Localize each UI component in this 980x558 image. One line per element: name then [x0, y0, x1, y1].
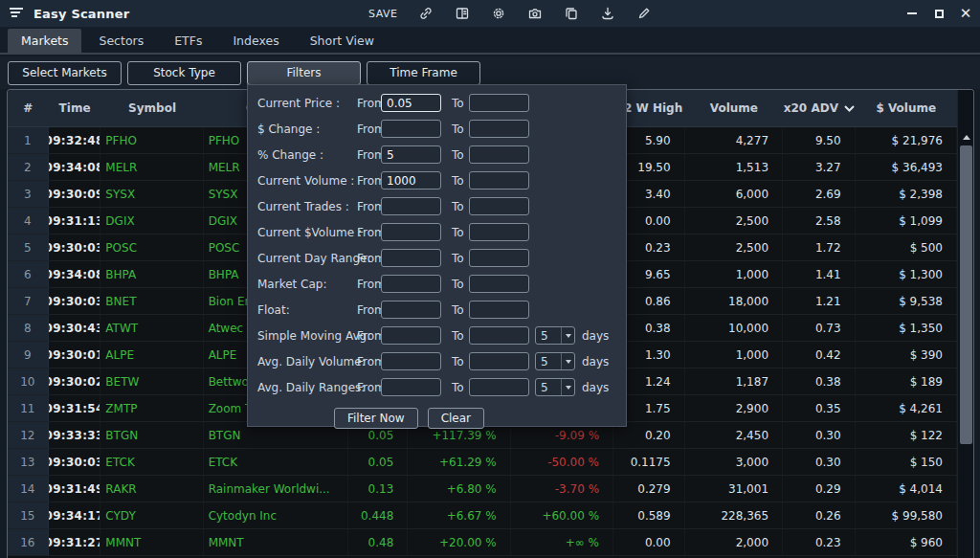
- time-frame-button[interactable]: Time Frame: [367, 61, 480, 85]
- pencil-icon[interactable]: [635, 6, 652, 22]
- chevron-down-icon: [561, 353, 574, 369]
- filter-now-button[interactable]: Filter Now: [334, 408, 418, 429]
- x20adv-cell: 0.23: [783, 529, 856, 555]
- select-markets-button[interactable]: Select Markets: [8, 61, 122, 85]
- current-volume-from-input[interactable]: [381, 223, 441, 241]
- column-header-label: $ Volume: [876, 101, 936, 115]
- avg-daily-ranges-days-select[interactable]: 5: [535, 378, 575, 396]
- high52-cell: 0.00: [613, 529, 685, 555]
- pct_change-cell: +6.67 %: [408, 502, 510, 528]
- filter-label: Market Cap:: [257, 278, 326, 291]
- symbol-cell: BTGN: [100, 422, 203, 448]
- column-header-volume[interactable]: Volume: [685, 90, 783, 126]
- change-to-input[interactable]: [469, 145, 529, 164]
- gear-icon[interactable]: [490, 6, 506, 22]
- table-row[interactable]: 1609:31:27MMNTMMNT0.48+20.00 %+∞ %0.002,…: [8, 529, 957, 556]
- link-icon[interactable]: [417, 6, 434, 22]
- filters-button[interactable]: Filters: [247, 61, 361, 85]
- avg-daily-volume-to-input[interactable]: [469, 352, 529, 370]
- avg-daily-volume-from-input[interactable]: [381, 352, 441, 370]
- current-day-range-from-input[interactable]: [381, 249, 441, 267]
- volume-cell: 2,450: [685, 422, 783, 448]
- column-header-volume[interactable]: $ Volume: [856, 90, 957, 126]
- time-cell: 09:30:03: [49, 449, 101, 475]
- avg-daily-ranges-from-input[interactable]: [381, 378, 441, 396]
- save-button[interactable]: SAVE: [368, 8, 397, 20]
- volume-cell: 1,187: [685, 368, 783, 394]
- market-cap-to-input[interactable]: [469, 275, 529, 293]
- minimize-button[interactable]: [905, 7, 919, 20]
- column-header-time[interactable]: Time: [49, 90, 101, 126]
- copy-icon[interactable]: [563, 6, 579, 22]
- volume-cell: 1,513: [685, 154, 783, 180]
- scrollbar-up-icon[interactable]: [958, 129, 974, 145]
- filter-row-avg-daily-volume: Avg. Daily Volume:FromTo5days: [248, 349, 626, 375]
- tab-markets[interactable]: Markets: [8, 29, 81, 53]
- float-to-input[interactable]: [469, 301, 529, 319]
- x20adv-cell: 0.42: [783, 342, 856, 368]
- tab-sectors[interactable]: Sectors: [85, 29, 157, 53]
- close-button[interactable]: ✕: [959, 7, 972, 20]
- float-from-input[interactable]: [381, 301, 441, 319]
- num-cell: 14: [8, 476, 49, 502]
- column-header-[interactable]: #: [8, 90, 49, 126]
- column-header-label: x20 ADV: [784, 101, 838, 115]
- current-volume-from-input[interactable]: [381, 171, 441, 190]
- num-cell: 6: [8, 261, 49, 287]
- change-to-input[interactable]: [469, 120, 529, 138]
- market-cap-from-input[interactable]: [381, 275, 441, 293]
- tab-indexes[interactable]: Indexes: [219, 29, 292, 53]
- symbol-cell: MELR: [100, 154, 203, 180]
- current-volume-to-input[interactable]: [469, 171, 529, 190]
- filter-label: Float:: [257, 303, 290, 317]
- symbol-cell: BNET: [100, 288, 203, 314]
- stock-type-button[interactable]: Stock Type: [127, 61, 241, 85]
- current-price-from-input[interactable]: [381, 94, 441, 112]
- time-cell: 09:34:17: [49, 502, 101, 528]
- maximize-button[interactable]: [932, 7, 946, 20]
- current-price-to-input[interactable]: [469, 94, 529, 112]
- current-day-range-to-input[interactable]: [469, 249, 529, 267]
- layout-icon[interactable]: [454, 6, 470, 22]
- high52-cell: 0.279: [613, 476, 685, 502]
- title-bar: Easy Scanner SAVE ✕: [0, 0, 980, 27]
- table-row[interactable]: 1409:31:49RAKRRainmaker Worldwi...0.13+6…: [8, 476, 957, 502]
- change-from-input[interactable]: [381, 145, 441, 164]
- avg-daily-volume-days-select[interactable]: 5: [535, 352, 575, 370]
- column-header-symbol[interactable]: Symbol: [100, 90, 203, 126]
- current-trades-from-input[interactable]: [381, 197, 441, 215]
- time-cell: 09:33:33: [49, 422, 101, 448]
- time-cell: 09:32:48: [49, 127, 101, 153]
- current-trades-to-input[interactable]: [469, 197, 529, 215]
- vertical-scrollbar[interactable]: [957, 90, 973, 558]
- scrollbar-thumb[interactable]: [960, 145, 972, 444]
- to-label: To: [452, 123, 464, 136]
- volume-cell: 31,001: [685, 476, 783, 502]
- price-cell: 0.13: [348, 476, 409, 502]
- column-header-label: Time: [59, 101, 91, 115]
- tab-etfs[interactable]: ETFs: [161, 29, 215, 53]
- company-cell: Cytodyn Inc: [204, 502, 348, 528]
- simple-moving-avg-days-select[interactable]: 5: [535, 326, 575, 345]
- simple-moving-avg-from-input[interactable]: [381, 326, 441, 345]
- camera-icon[interactable]: [526, 6, 543, 22]
- tab-short-view[interactable]: Short View: [297, 29, 388, 53]
- to-label: To: [452, 355, 464, 368]
- table-row[interactable]: 1509:34:17CYDYCytodyn Inc0.448+6.67 %+60…: [8, 502, 957, 529]
- download-icon[interactable]: [599, 6, 615, 22]
- avg-daily-ranges-to-input[interactable]: [469, 378, 529, 396]
- time-cell: 09:31:54: [49, 395, 101, 421]
- current-volume-to-input[interactable]: [469, 223, 529, 241]
- symbol-cell: SYSX: [100, 181, 203, 207]
- table-row[interactable]: 1309:30:03ETCKETCK0.05+61.29 %-50.00 %0.…: [8, 449, 957, 476]
- simple-moving-avg-to-input[interactable]: [469, 326, 529, 345]
- filter-row-float: Float:FromTo: [248, 298, 626, 324]
- x20adv-cell: 9.50: [783, 127, 856, 153]
- clear-button[interactable]: Clear: [428, 408, 484, 429]
- column-header-x20-adv[interactable]: x20 ADV: [783, 90, 856, 126]
- app-logo-filter-icon: [10, 8, 25, 19]
- dollar_volume-cell: $ 1,099: [856, 208, 957, 234]
- symbol-cell: BETW: [100, 368, 203, 394]
- num-cell: 15: [8, 502, 49, 528]
- change-from-input[interactable]: [381, 120, 441, 138]
